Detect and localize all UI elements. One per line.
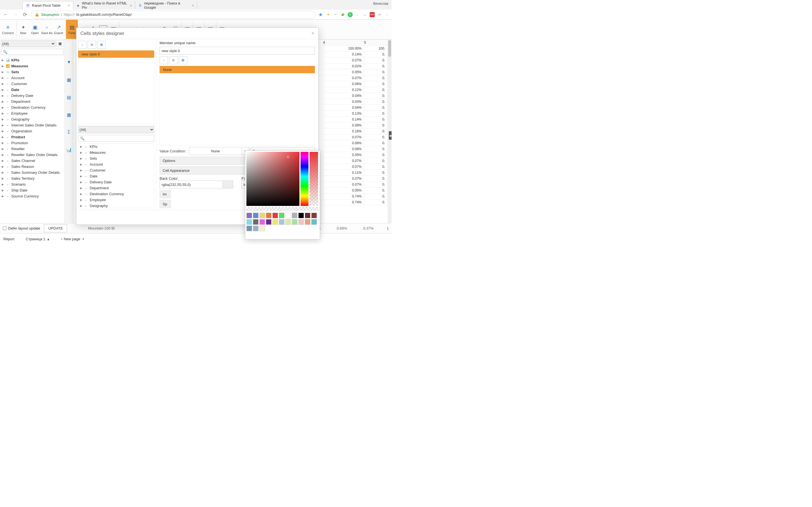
tree-item[interactable]: ▶⌐Reseller xyxy=(0,146,64,152)
tree-item[interactable]: ▶⌐Destination Currency xyxy=(79,191,154,197)
expand-icon[interactable]: ▶ xyxy=(2,94,4,97)
filter-dropzone-icon[interactable]: ▼ xyxy=(66,59,72,65)
tree-item[interactable]: ▶⌐Scenario xyxy=(0,181,64,187)
tree-item[interactable]: ▶⌐Source Currency xyxy=(0,193,64,199)
back-color-input[interactable] xyxy=(160,180,223,188)
tree-item[interactable]: ▶⌐Sets xyxy=(79,156,154,161)
close-tab-icon[interactable]: × xyxy=(67,3,70,8)
condition-list-item[interactable]: None xyxy=(160,66,315,73)
tree-item[interactable]: ▶⌐Geography xyxy=(79,203,154,208)
expand-icon[interactable]: ▶ xyxy=(2,64,4,68)
alpha-bar[interactable] xyxy=(246,207,319,211)
color-swatch[interactable] xyxy=(292,219,297,225)
tree-item[interactable]: ▶⌐Employee xyxy=(79,197,154,203)
tree-item[interactable]: ▶⌐KPIs xyxy=(79,144,154,150)
alpha-slider[interactable] xyxy=(310,152,318,206)
expand-icon[interactable]: ▶ xyxy=(2,129,4,133)
expand-icon[interactable]: ▶ xyxy=(2,76,4,79)
close-icon[interactable]: × xyxy=(311,31,314,36)
color-swatch[interactable] xyxy=(279,213,285,218)
expand-icon[interactable]: ▶ xyxy=(2,142,4,145)
color-swatch[interactable] xyxy=(285,219,291,225)
browser-profile-name[interactable]: Вячеслав xyxy=(373,2,388,6)
tree-item[interactable]: ▶⌐Date xyxy=(0,87,64,93)
menu-icon[interactable]: ⋮ xyxy=(384,12,389,17)
tree-item[interactable]: ▶⌐Product xyxy=(0,134,64,140)
expand-icon[interactable]: ▶ xyxy=(2,112,4,115)
image-section[interactable]: Im xyxy=(160,190,171,198)
back-icon[interactable]: ← xyxy=(2,11,9,17)
expand-icon[interactable]: ▶ xyxy=(80,180,83,184)
expand-icon[interactable]: ▶ xyxy=(2,106,4,109)
expand-icon[interactable]: ▶ xyxy=(2,189,4,192)
extension-icon[interactable]: ✸ xyxy=(326,12,331,17)
tree-item[interactable]: ▶⌐Organization xyxy=(0,128,64,134)
expand-icon[interactable]: ▶ xyxy=(2,124,4,127)
bookmark-star-icon[interactable]: ★ xyxy=(318,11,323,18)
extension-icon[interactable]: ABP xyxy=(370,12,375,17)
color-swatch[interactable] xyxy=(253,226,259,231)
member-name-input[interactable] xyxy=(160,47,315,55)
color-swatch[interactable] xyxy=(279,219,285,225)
member-search-input[interactable] xyxy=(78,135,154,142)
expand-icon[interactable]: ▶ xyxy=(2,194,4,198)
expand-icon[interactable]: ▶ xyxy=(80,175,83,178)
extension-icon[interactable]: ⌄ xyxy=(362,12,367,17)
tree-item[interactable]: ▶⌐Internet Sales Order Details xyxy=(0,122,64,128)
tree-item[interactable]: ▶⌐Employee xyxy=(0,110,64,116)
clear-styles-button[interactable]: ✻ xyxy=(97,41,106,49)
value-condition-select[interactable]: None xyxy=(189,147,242,155)
expand-icon[interactable]: ▶ xyxy=(80,157,83,160)
new-page-button[interactable]: + New page ▾ xyxy=(61,237,84,241)
browser-tab[interactable]: G переводчик - Поиск в Google × xyxy=(135,1,197,10)
extension-icon[interactable]: ✂ xyxy=(333,12,338,17)
tree-item[interactable]: ▶⌐Measures xyxy=(79,150,154,156)
clear-conditions-button[interactable]: ✻ xyxy=(179,56,187,64)
expand-icon[interactable]: ▶ xyxy=(80,145,83,148)
expand-icon[interactable]: ▶ xyxy=(80,169,83,172)
color-swatch[interactable] xyxy=(246,226,252,231)
connect-button[interactable]: ≡Connect xyxy=(0,20,16,39)
expand-icon[interactable]: ▶ xyxy=(80,204,83,207)
expand-icon[interactable]: ▶ xyxy=(2,135,4,138)
expand-icon[interactable]: ▶ xyxy=(2,183,4,186)
tree-item[interactable]: ▶⌐Ship Date xyxy=(0,187,64,193)
expand-icon[interactable]: ▶ xyxy=(2,118,4,121)
hue-slider[interactable] xyxy=(301,152,308,206)
extension-icon[interactable]: ⌄ xyxy=(355,12,360,17)
add-condition-button[interactable]: ▫ xyxy=(160,56,168,64)
close-tab-icon[interactable]: × xyxy=(130,3,132,8)
expand-icon[interactable]: ▶ xyxy=(2,153,4,156)
delete-condition-button[interactable]: ✕ xyxy=(169,56,177,64)
tree-item[interactable]: ▶⌐Geography xyxy=(0,116,64,122)
field-search-input[interactable] xyxy=(1,49,64,55)
delete-style-button[interactable]: ✕ xyxy=(88,41,96,49)
url-input[interactable]: 🔒 Защищено | https://bi.galaktikasoft.co… xyxy=(31,11,315,18)
color-swatch[interactable] xyxy=(285,213,291,218)
expand-icon[interactable]: ▶ xyxy=(2,70,4,73)
browser-tab[interactable]: R Ranet Pivot Table × xyxy=(22,1,73,10)
color-swatch[interactable] xyxy=(259,226,265,231)
field-tree[interactable]: ▶📊KPIs▶📶Measures▶▭Sets▶⌐Account▶⌐Custome… xyxy=(0,56,64,223)
sparkline-section[interactable]: Sp xyxy=(160,200,171,208)
color-swatch[interactable] xyxy=(253,213,259,218)
extension-icon[interactable]: 🧩 xyxy=(340,12,345,17)
expand-icon[interactable]: ▶ xyxy=(80,151,83,154)
color-swatch[interactable] xyxy=(259,213,265,218)
color-swatch[interactable] xyxy=(266,213,271,218)
add-style-button[interactable]: ▫ xyxy=(78,41,87,49)
tree-item[interactable]: ▶📶Measures xyxy=(0,63,64,69)
color-swatch[interactable] xyxy=(311,219,317,225)
tree-item[interactable]: ▶⌐Promotion xyxy=(0,140,64,146)
style-list-item[interactable]: new style 0 xyxy=(78,50,154,58)
color-swatch[interactable] xyxy=(266,219,271,225)
expand-icon[interactable]: ▶ xyxy=(2,171,4,174)
close-tab-icon[interactable]: × xyxy=(192,3,194,8)
color-swatch[interactable] xyxy=(305,213,310,218)
values-dropzone-icon[interactable]: ▦ xyxy=(66,112,72,118)
new-button[interactable]: ✦New xyxy=(17,20,29,39)
back-color-swatch[interactable] xyxy=(223,180,233,188)
expand-icon[interactable]: ▶ xyxy=(2,100,4,103)
export-button[interactable]: ↗Export xyxy=(53,20,64,39)
color-swatch[interactable] xyxy=(311,213,317,218)
